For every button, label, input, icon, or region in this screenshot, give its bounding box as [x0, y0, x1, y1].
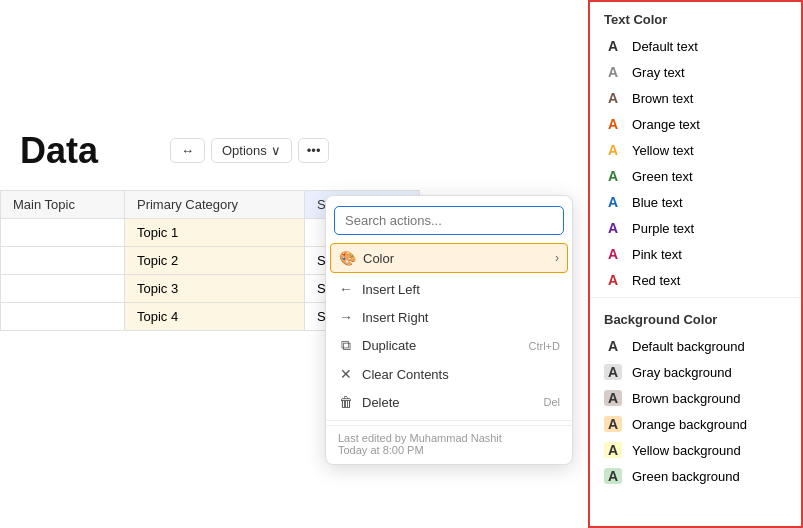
- color-option-green-bg[interactable]: A Green background: [590, 463, 801, 489]
- color-label-purple-text: Purple text: [632, 221, 694, 236]
- menu-item-color[interactable]: 🎨 Color ›: [330, 243, 568, 273]
- color-letter-icon: A: [604, 338, 622, 354]
- clear-label: Clear Contents: [362, 367, 449, 382]
- duplicate-shortcut: Ctrl+D: [529, 340, 560, 352]
- color-label-yellow-bg: Yellow background: [632, 443, 741, 458]
- color-label-default-bg: Default background: [632, 339, 745, 354]
- color-label-yellow-text: Yellow text: [632, 143, 694, 158]
- background-color-title: Background Color: [590, 302, 801, 333]
- menu-item-insert-right[interactable]: → Insert Right: [326, 303, 572, 331]
- cell-topic4[interactable]: Topic 4: [124, 303, 304, 331]
- duplicate-icon: ⧉: [338, 337, 354, 354]
- duplicate-label: Duplicate: [362, 338, 416, 353]
- color-label: Color: [363, 251, 394, 266]
- cell[interactable]: [1, 219, 125, 247]
- cell[interactable]: [1, 247, 125, 275]
- color-letter-icon: A: [604, 272, 622, 288]
- options-label: Options: [222, 143, 267, 158]
- cell-topic3[interactable]: Topic 3: [124, 275, 304, 303]
- color-letter-icon: A: [604, 416, 622, 432]
- color-option-green-text[interactable]: A Green text: [590, 163, 801, 189]
- menu-footer: Last edited by Muhammad Nashit Today at …: [326, 425, 572, 458]
- color-panel: Text Color A Default text A Gray text A …: [588, 0, 803, 528]
- color-option-red-text[interactable]: A Red text: [590, 267, 801, 293]
- color-option-gray-text[interactable]: A Gray text: [590, 59, 801, 85]
- color-letter-icon: A: [604, 390, 622, 406]
- more-icon: •••: [307, 143, 321, 158]
- chevron-down-icon: ∨: [271, 143, 281, 158]
- color-letter-icon: A: [604, 38, 622, 54]
- color-label-gray-text: Gray text: [632, 65, 685, 80]
- color-label-green-bg: Green background: [632, 469, 740, 484]
- color-label-brown-text: Brown text: [632, 91, 693, 106]
- color-icon: 🎨: [339, 250, 355, 266]
- submenu-arrow-icon: ›: [555, 251, 559, 265]
- footer-time: Today at 8:00 PM: [338, 444, 560, 456]
- color-label-gray-bg: Gray background: [632, 365, 732, 380]
- color-label-orange-text: Orange text: [632, 117, 700, 132]
- menu-item-delete[interactable]: 🗑 Delete Del: [326, 388, 572, 416]
- color-option-blue-text[interactable]: A Blue text: [590, 189, 801, 215]
- delete-icon: 🗑: [338, 394, 354, 410]
- col-header-main-topic[interactable]: Main Topic: [1, 191, 125, 219]
- col-header-primary[interactable]: Primary Category: [124, 191, 304, 219]
- color-letter-icon: A: [604, 116, 622, 132]
- delete-label: Delete: [362, 395, 400, 410]
- color-option-pink-text[interactable]: A Pink text: [590, 241, 801, 267]
- main-content: Data ↔ Options ∨ ••• Main Topic Primary …: [0, 0, 580, 528]
- color-option-brown-bg[interactable]: A Brown background: [590, 385, 801, 411]
- color-option-purple-text[interactable]: A Purple text: [590, 215, 801, 241]
- color-letter-icon: A: [604, 220, 622, 236]
- color-letter-icon: A: [604, 168, 622, 184]
- color-option-yellow-text[interactable]: A Yellow text: [590, 137, 801, 163]
- cell-topic2[interactable]: Topic 2: [124, 247, 304, 275]
- color-letter-icon: A: [604, 142, 622, 158]
- insert-right-label: Insert Right: [362, 310, 428, 325]
- color-option-gray-bg[interactable]: A Gray background: [590, 359, 801, 385]
- color-label-brown-bg: Brown background: [632, 391, 740, 406]
- color-panel-divider: [590, 297, 801, 298]
- context-menu: 🎨 Color › ← Insert Left → Insert Right ⧉…: [325, 195, 573, 465]
- text-color-title: Text Color: [590, 2, 801, 33]
- cell-topic1[interactable]: Topic 1: [124, 219, 304, 247]
- cell[interactable]: [1, 275, 125, 303]
- menu-divider: [326, 420, 572, 421]
- options-button[interactable]: Options ∨: [211, 138, 292, 163]
- color-label-red-text: Red text: [632, 273, 680, 288]
- color-label-blue-text: Blue text: [632, 195, 683, 210]
- color-option-brown-text[interactable]: A Brown text: [590, 85, 801, 111]
- color-letter-icon: A: [604, 442, 622, 458]
- clear-icon: ✕: [338, 366, 354, 382]
- insert-left-icon: ←: [338, 281, 354, 297]
- delete-shortcut: Del: [543, 396, 560, 408]
- color-letter-icon: A: [604, 194, 622, 210]
- color-letter-icon: A: [604, 90, 622, 106]
- color-label-green-text: Green text: [632, 169, 693, 184]
- color-letter-icon: A: [604, 468, 622, 484]
- menu-item-clear-contents[interactable]: ✕ Clear Contents: [326, 360, 572, 388]
- footer-editor: Last edited by Muhammad Nashit: [338, 432, 560, 444]
- resize-icon: ↔: [181, 143, 194, 158]
- color-option-orange-bg[interactable]: A Orange background: [590, 411, 801, 437]
- color-label-pink-text: Pink text: [632, 247, 682, 262]
- cell[interactable]: [1, 303, 125, 331]
- color-letter-icon: A: [604, 246, 622, 262]
- toolbar: ↔ Options ∨ •••: [170, 138, 329, 163]
- color-label-default-text: Default text: [632, 39, 698, 54]
- search-actions-input[interactable]: [334, 206, 564, 235]
- color-option-default-text[interactable]: A Default text: [590, 33, 801, 59]
- menu-item-insert-left[interactable]: ← Insert Left: [326, 275, 572, 303]
- color-label-orange-bg: Orange background: [632, 417, 747, 432]
- color-letter-icon: A: [604, 364, 622, 380]
- color-option-orange-text[interactable]: A Orange text: [590, 111, 801, 137]
- insert-right-icon: →: [338, 309, 354, 325]
- insert-left-label: Insert Left: [362, 282, 420, 297]
- color-option-default-bg[interactable]: A Default background: [590, 333, 801, 359]
- menu-item-duplicate[interactable]: ⧉ Duplicate Ctrl+D: [326, 331, 572, 360]
- resize-button[interactable]: ↔: [170, 138, 205, 163]
- page-title: Data: [20, 130, 98, 172]
- color-letter-icon: A: [604, 64, 622, 80]
- more-options-button[interactable]: •••: [298, 138, 330, 163]
- color-option-yellow-bg[interactable]: A Yellow background: [590, 437, 801, 463]
